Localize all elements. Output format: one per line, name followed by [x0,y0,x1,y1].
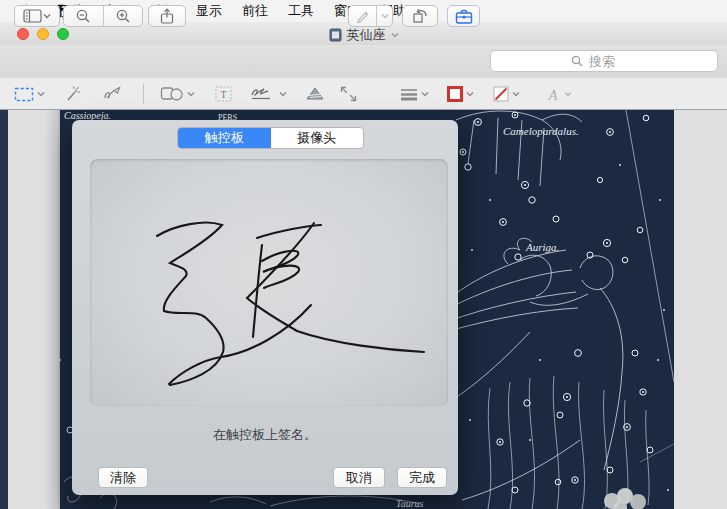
text-tool-button[interactable]: T [215,84,232,104]
menu-item-tools[interactable]: 工具 [278,0,324,22]
tab-trackpad[interactable]: 触控板 [178,128,271,148]
search-input[interactable] [587,53,637,70]
selection-tool-button[interactable] [14,84,45,104]
fill-color-icon [493,86,509,102]
done-button[interactable]: 完成 [397,467,447,488]
sidebar-view-icon [23,9,43,23]
signature-source-tabs: 触控板 摄像头 [177,127,364,149]
cancel-button[interactable]: 取消 [333,467,385,488]
selection-rect-icon [14,87,34,102]
marker-pen-icon [355,9,370,24]
window-title: 英仙座 [347,26,386,44]
border-color-button[interactable] [447,84,474,104]
menu-item-go[interactable]: 前往 [232,0,278,22]
signature-icon [250,86,276,102]
adjust-color-icon [305,86,325,102]
title-chevron-down-icon[interactable] [391,32,399,38]
signature-pad[interactable] [90,159,448,406]
map-label-taurus: Taurus [396,498,424,509]
markup-toolbox-button[interactable] [447,5,480,27]
adjust-size-icon [340,86,357,102]
adjust-color-button[interactable] [305,84,325,104]
svg-text:A: A [548,87,558,102]
shapes-tool-button[interactable] [160,84,195,104]
zoom-segmented-control [63,5,143,27]
line-style-button[interactable] [400,84,429,104]
page-edge [0,110,8,509]
document-proxy-icon[interactable] [329,28,342,42]
zoom-out-button[interactable] [64,6,103,26]
signature-tool-button[interactable] [250,84,287,104]
zoom-in-button[interactable] [103,6,143,26]
chevron-down-icon [421,91,429,97]
chevron-down-icon [279,91,287,97]
instant-alpha-button[interactable] [64,84,82,104]
text-style-icon: A [545,87,561,102]
title-area: 英仙座 [0,26,727,44]
signature-capture-dialog: 触控板 摄像头 在触控板上签名。 清除 取消 完成 [72,120,458,495]
svg-text:T: T [220,89,226,100]
toolbar-divider [143,84,144,104]
adjust-size-button[interactable] [340,84,357,104]
search-icon [571,55,583,67]
preview-app-window: 预览 文件 编辑 显示 前往 工具 窗口 帮助 英仙座 [0,0,727,509]
zoom-out-icon [75,8,91,24]
chevron-down-icon [512,91,520,97]
sketch-tool-button[interactable] [103,84,125,104]
line-style-icon [400,87,418,101]
text-tool-icon: T [215,86,232,102]
shapes-icon [160,86,184,102]
signature-instruction: 在触控板上签名。 [72,426,458,444]
markup-toolbox-icon [455,9,473,24]
rotate-left-button[interactable] [402,5,438,27]
share-button[interactable] [148,5,186,27]
clear-button[interactable]: 清除 [98,467,148,488]
chevron-down-icon [37,91,45,97]
signature-drawing [90,159,448,406]
map-label-auriga: Auriga. [525,241,559,253]
view-menu-button[interactable] [14,5,60,27]
marker-pen-button[interactable] [349,6,376,26]
magic-wand-icon [64,86,82,103]
page-margin-right [674,110,727,509]
rotate-left-icon [412,8,429,24]
tab-camera[interactable]: 摄像头 [271,128,364,148]
sketch-icon [103,86,125,102]
share-icon [160,8,174,24]
border-color-icon [447,86,463,102]
marker-pen-control [348,5,393,27]
chevron-down-icon [43,13,51,19]
search-field[interactable] [490,50,718,72]
page-margin [8,110,60,509]
menu-item-view[interactable]: 显示 [186,0,232,22]
marker-pen-dropdown[interactable] [376,6,392,26]
chevron-down-icon [466,91,474,97]
chevron-down-icon [187,91,195,97]
chevron-down-icon [564,91,572,97]
zoom-in-icon [115,8,131,24]
text-style-button[interactable]: A [545,84,572,104]
chevron-down-icon [381,13,389,19]
map-label-camelopardalis: Camelopardalus. [503,125,579,137]
fill-color-button[interactable] [493,84,520,104]
